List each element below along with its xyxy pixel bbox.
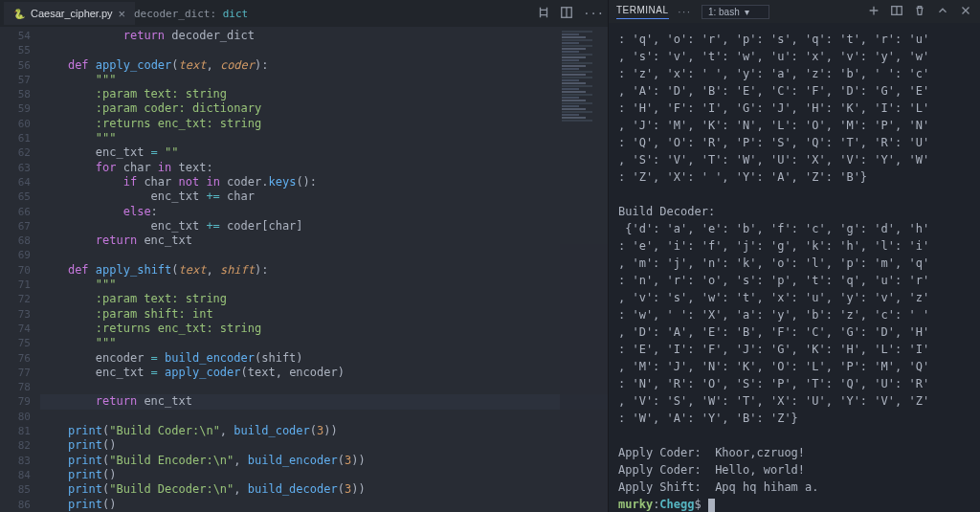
compare-changes-icon[interactable]: [537, 6, 550, 22]
terminal-maximize-icon[interactable]: [936, 4, 949, 20]
line-gutter: 5455565758596061626364656667686970717273…: [0, 27, 40, 512]
terminal-split-icon[interactable]: [890, 4, 903, 20]
code-content[interactable]: return decoder_dict def apply_coder(text…: [40, 27, 608, 512]
tab-bar: 🐍 Caesar_cipher.py × ···: [0, 0, 608, 27]
terminal-header: TERMINAL ··· 1: bash ▾: [609, 0, 980, 23]
terminal-tab[interactable]: TERMINAL: [616, 5, 669, 19]
terminal-new-icon[interactable]: [867, 4, 880, 20]
editor-pane: 🐍 Caesar_cipher.py × ··· decoder_dict: d…: [0, 0, 608, 512]
terminal-cursor: [708, 499, 715, 512]
terminal-pane: TERMINAL ··· 1: bash ▾ : 'q', 'o': ': [608, 0, 980, 512]
code-area[interactable]: 5455565758596061626364656667686970717273…: [0, 27, 608, 512]
terminal-kill-icon[interactable]: [913, 4, 926, 20]
signature-hint: decoder_dict: dict: [134, 8, 248, 20]
terminal-shell-select[interactable]: 1: bash ▾: [702, 5, 769, 19]
tab-filename: Caesar_cipher.py: [31, 8, 113, 19]
file-tab[interactable]: 🐍 Caesar_cipher.py ×: [4, 2, 135, 25]
tab-close-icon[interactable]: ×: [119, 7, 126, 21]
split-editor-icon[interactable]: [560, 6, 573, 22]
terminal-body[interactable]: : 'q', 'o': 'r', 'p': 's', 'q': 't', 'r'…: [609, 23, 980, 512]
terminal-more-icon[interactable]: ···: [679, 7, 692, 17]
more-actions-icon[interactable]: ···: [583, 7, 604, 20]
minimap[interactable]: [560, 27, 608, 512]
python-file-icon: 🐍: [13, 9, 25, 19]
terminal-close-icon[interactable]: [959, 4, 972, 20]
